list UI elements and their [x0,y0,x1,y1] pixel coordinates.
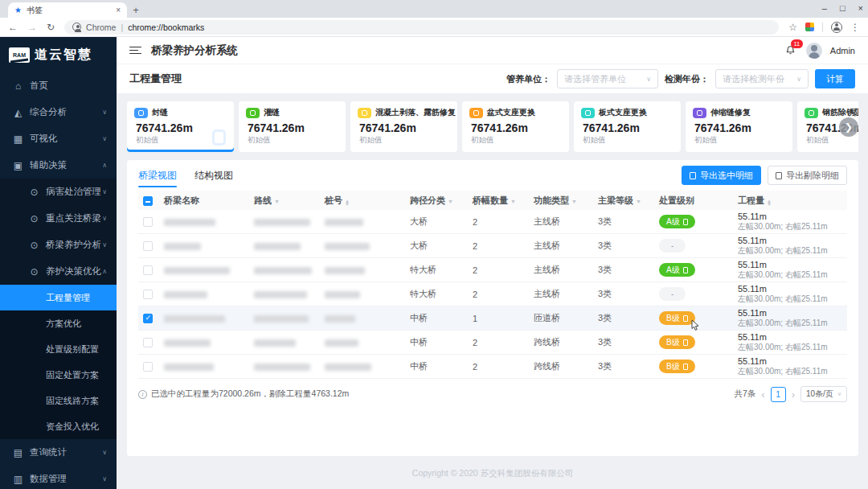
table-row[interactable]: 特大桥 2 主线桥 3类 - 55.11m 左幅30.00m; 右幅25.11m [138,282,847,306]
table-row[interactable]: 大桥 2 主线桥 3类 - 55.11m 左幅30.00m; 右幅25.11m [138,234,847,258]
window-close-button[interactable]: × [858,3,863,13]
reload-button[interactable]: ↻ [47,22,55,33]
sidebar-item-首页[interactable]: ⌂首页 [0,72,117,99]
column-header-count[interactable]: 桥幅数量▼ [468,191,529,210]
notification-bell-icon[interactable]: 11 [785,44,798,57]
table-row[interactable]: 中桥 1 匝道桥 3类 B级 55.11m 左幅30.00m; 右幅25.11m [138,306,847,331]
filter-icon[interactable]: ▼ [636,199,641,204]
sidebar-item-处置级别配置[interactable]: 处置级别配置 [0,336,117,362]
row-checkbox[interactable] [143,265,153,275]
filter-icon[interactable]: ▼ [510,199,516,204]
level-badge[interactable]: B级 [659,360,695,373]
window-minimize-button[interactable]: – [822,3,827,13]
page-size-select[interactable]: 10条/页 ∨ [800,386,847,402]
table-row[interactable]: 中桥 2 跨线桥 3类 B级 55.11m 左幅30.00m; 右幅25.11m [138,355,847,379]
stat-card-盆式支座更换[interactable]: 盆式支座更换 76741.26m 初始值 [462,101,569,152]
quantity-cell: 55.11m 左幅30.00m; 右幅25.11m [733,234,847,258]
window-maximize-button[interactable]: □ [840,3,845,13]
card-category-icon [134,108,148,118]
column-header-qty[interactable]: 工程量▲▼ [733,191,847,210]
document-icon [683,267,688,273]
sidebar-item-方案优化[interactable]: 方案优化 [0,310,117,336]
export-removed-button[interactable]: 导出剔除明细 [768,166,847,185]
tab-结构视图[interactable]: 结构视图 [194,160,233,191]
level-badge[interactable]: B级 [659,311,695,325]
sidebar-item-数据管理[interactable]: ▥数据管理∨ [0,466,117,489]
level-badge[interactable]: A级 [659,215,695,228]
address-bar[interactable]: Chrome | chrome://bookmarks [64,20,779,35]
sidebar-item-综合分析[interactable]: ◭综合分析∨ [0,99,117,125]
user-avatar[interactable] [806,43,822,59]
tab-桥梁视图[interactable]: 桥梁视图 [138,160,177,191]
browser-tab[interactable]: ★ 书签 × [8,2,127,18]
sidebar-item-桥梁养护分析[interactable]: ⊙桥梁养护分析∨ [0,232,117,258]
table-row[interactable]: 特大桥 2 主线桥 3类 A级 55.11m 左幅30.00m; 右幅25.11… [138,258,847,282]
browser-toolbar: ← → ↻ Chrome | chrome://bookmarks ☆ ⋮ [0,18,868,37]
redacted-stake-number [325,291,360,298]
row-checkbox[interactable] [143,314,153,323]
user-name[interactable]: Admin [830,46,855,55]
unit-select[interactable]: 请选择管养单位 ∨ [557,69,658,88]
level-badge[interactable]: A级 [659,263,695,277]
row-checkbox[interactable] [143,338,153,347]
menu-collapse-icon[interactable] [129,47,141,55]
sort-icon[interactable]: ▲▼ [345,199,350,206]
next-page-button[interactable]: › [792,388,795,401]
level-badge[interactable]: B级 [659,335,695,349]
ram-logo-icon: RAM [9,47,30,63]
forward-button[interactable]: → [27,22,37,33]
table-row[interactable]: 大桥 2 主线桥 3类 A级 55.11m 左幅30.00m; 右幅25.11m [138,210,847,234]
stat-card-混凝土剥落、露筋修复[interactable]: 混凝土剥落、露筋修复 76741.26m 初始值 [350,101,457,152]
column-header-girder[interactable]: 主梁等级▼ [593,191,654,210]
table-row[interactable]: 中桥 2 跨线桥 3类 B级 55.11m 左幅30.00m; 右幅25.11m [138,331,847,355]
column-header-stake[interactable]: 桩号▲▼ [320,191,405,210]
row-checkbox[interactable] [143,362,153,372]
calculate-button[interactable]: 计算 [815,69,855,88]
url-label: Chrome [86,23,116,32]
row-checkbox[interactable] [143,290,153,299]
card-title: 钢筋除锈阻锈 [822,107,858,118]
profile-icon[interactable] [831,22,842,33]
sidebar-item-可视化[interactable]: ▦可视化∨ [0,125,117,152]
back-button[interactable]: ← [8,22,18,33]
row-checkbox[interactable] [143,241,153,251]
sidebar-item-资金投入优化[interactable]: 资金投入优化 [0,413,117,439]
current-page[interactable]: 1 [771,387,786,402]
column-header-span[interactable]: 跨径分类▼ [405,191,468,210]
column-header-func[interactable]: 功能类型▼ [529,191,593,210]
row-checkbox[interactable] [143,217,153,227]
new-tab-button[interactable]: + [127,2,145,18]
sidebar-item-病害处治管理[interactable]: ⊙病害处治管理∨ [0,179,117,205]
redacted-route [254,219,310,226]
filter-icon[interactable]: ▼ [274,199,280,204]
sort-icon[interactable]: ▲▼ [767,199,772,206]
sidebar-item-养护决策优化[interactable]: ⊙养护决策优化∧ [0,258,117,285]
page-info-icon[interactable] [72,23,81,31]
carousel-next-button[interactable]: ❯ [839,117,858,137]
tab-close-icon[interactable]: × [116,6,121,14]
sidebar-item-固定线路方案[interactable]: 固定线路方案 [0,388,117,413]
filter-icon[interactable]: ▼ [448,199,453,204]
home-icon: ⌂ [13,80,23,92]
stat-card-封缝[interactable]: 封缝 76741.26m 初始值 [127,101,234,152]
select-all-checkbox[interactable] [143,196,153,206]
stat-card-板式支座更换[interactable]: 板式支座更换 76741.26m 初始值 [574,101,681,152]
bookmark-star-icon[interactable]: ☆ [788,22,797,33]
sidebar-item-重点关注桥梁[interactable]: ⊙重点关注桥梁∨ [0,205,117,232]
filter-icon[interactable]: ▼ [571,199,577,204]
column-header-route[interactable]: 路线▼ [249,191,320,210]
sidebar-item-查询统计[interactable]: ▤查询统计∨ [0,439,117,466]
sidebar-item-辅助决策[interactable]: ▣辅助决策∧ [0,152,117,179]
stat-card-伸缩缝修复[interactable]: 伸缩缝修复 76741.26m 初始值 [686,101,792,152]
export-selected-button[interactable]: 导出选中明细 [682,166,761,185]
extension-icon[interactable] [805,23,814,31]
year-select[interactable]: 请选择检测年份 ∨ [715,69,809,88]
deck-count-cell: 1 [468,306,529,331]
menu-dots-icon[interactable]: ⋮ [850,22,860,33]
sidebar-item-工程量管理[interactable]: 工程量管理 [0,285,117,310]
export-selected-label: 导出选中明细 [700,170,753,182]
redacted-route [254,291,307,298]
stat-card-灌缝[interactable]: 灌缝 76741.26m 初始值 [239,101,346,152]
prev-page-button[interactable]: ‹ [761,388,764,401]
sidebar-item-固定处置方案[interactable]: 固定处置方案 [0,362,117,388]
